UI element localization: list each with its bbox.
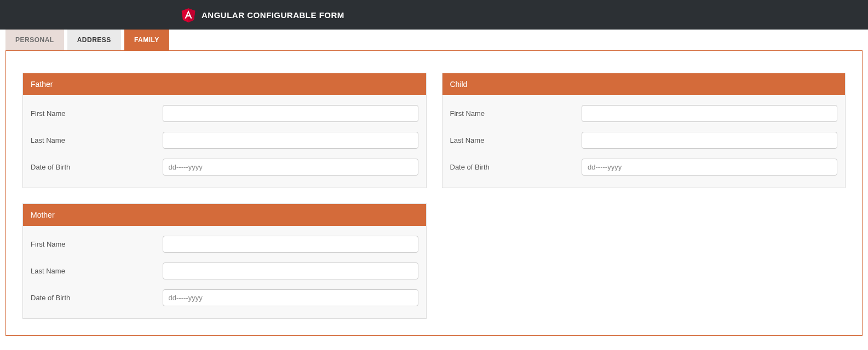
card-mother: Mother First Name Last Name Date of Birt… bbox=[22, 203, 427, 319]
first-name-label: First Name bbox=[31, 109, 163, 118]
father-dob-input[interactable] bbox=[163, 159, 418, 176]
app-header: ANGULAR CONFIGURABLE FORM bbox=[0, 0, 868, 30]
cards-grid: Father First Name Last Name Date of Birt… bbox=[22, 73, 846, 319]
child-last-name-input[interactable] bbox=[582, 132, 837, 149]
card-header-father: Father bbox=[23, 73, 426, 95]
card-body-father: First Name Last Name Date of Birth bbox=[23, 95, 426, 188]
last-name-label: Last Name bbox=[31, 267, 163, 275]
form-row: Date of Birth bbox=[450, 159, 838, 176]
tab-content: Father First Name Last Name Date of Birt… bbox=[5, 50, 863, 336]
form-row: First Name bbox=[450, 105, 838, 122]
angular-logo-icon bbox=[181, 7, 196, 23]
card-header-child: Child bbox=[442, 73, 846, 95]
dob-label: Date of Birth bbox=[31, 294, 163, 302]
father-first-name-input[interactable] bbox=[163, 105, 418, 122]
form-row: Last Name bbox=[31, 132, 418, 149]
last-name-label: Last Name bbox=[450, 136, 582, 144]
form-row: First Name bbox=[31, 236, 418, 253]
form-row: First Name bbox=[31, 105, 418, 122]
tab-personal[interactable]: PERSONAL bbox=[5, 30, 64, 50]
svg-marker-1 bbox=[188, 8, 195, 22]
card-body-mother: First Name Last Name Date of Birth bbox=[23, 226, 426, 318]
tab-address[interactable]: ADDRESS bbox=[67, 30, 121, 50]
mother-dob-input[interactable] bbox=[163, 289, 418, 306]
mother-first-name-input[interactable] bbox=[163, 236, 418, 253]
first-name-label: First Name bbox=[31, 240, 163, 248]
app-title: ANGULAR CONFIGURABLE FORM bbox=[202, 10, 344, 20]
last-name-label: Last Name bbox=[31, 136, 163, 144]
dob-label: Date of Birth bbox=[31, 163, 163, 171]
dob-label: Date of Birth bbox=[450, 163, 582, 171]
tab-bar: PERSONAL ADDRESS FAMILY bbox=[0, 30, 868, 50]
mother-last-name-input[interactable] bbox=[163, 262, 418, 279]
form-row: Date of Birth bbox=[31, 159, 418, 176]
header-inner: ANGULAR CONFIGURABLE FORM bbox=[181, 7, 344, 23]
tab-family[interactable]: FAMILY bbox=[124, 30, 169, 50]
form-row: Last Name bbox=[450, 132, 838, 149]
form-row: Last Name bbox=[31, 262, 418, 279]
first-name-label: First Name bbox=[450, 109, 582, 118]
form-row: Date of Birth bbox=[31, 289, 418, 306]
card-child: Child First Name Last Name Date of Birth bbox=[442, 73, 846, 188]
child-first-name-input[interactable] bbox=[582, 105, 837, 122]
card-father: Father First Name Last Name Date of Birt… bbox=[22, 73, 427, 188]
father-last-name-input[interactable] bbox=[163, 132, 418, 149]
card-body-child: First Name Last Name Date of Birth bbox=[442, 95, 846, 188]
card-header-mother: Mother bbox=[23, 204, 426, 226]
child-dob-input[interactable] bbox=[582, 159, 837, 176]
